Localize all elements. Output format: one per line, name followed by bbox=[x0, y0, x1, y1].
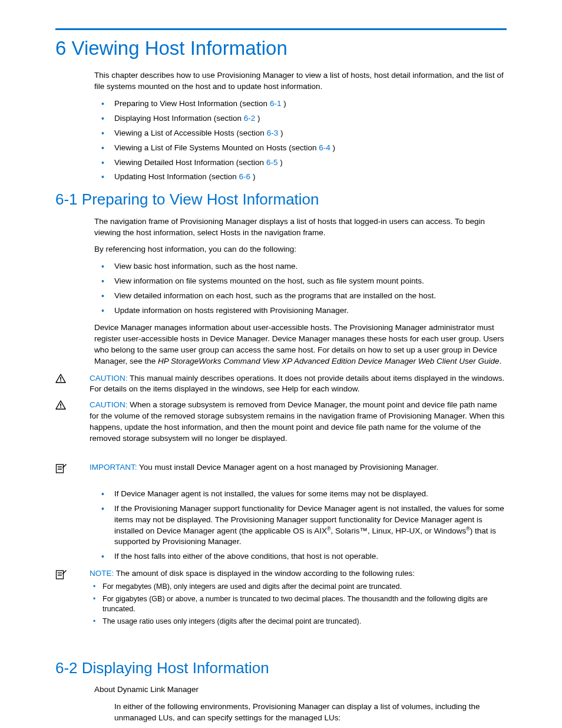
caution-admonition: CAUTION: This manual mainly describes op… bbox=[55, 373, 507, 396]
toc-text: ) bbox=[278, 129, 283, 137]
toc-text: Viewing Detailed Host Information (secti… bbox=[114, 158, 266, 167]
note-icon bbox=[55, 568, 72, 579]
cross-reference[interactable]: 6-2 bbox=[244, 114, 256, 123]
list-item: If the Provisioning Manager support func… bbox=[94, 503, 507, 548]
note-label: NOTE: bbox=[90, 569, 114, 578]
list-item: For gigabytes (GB) or above, a number is… bbox=[90, 594, 507, 614]
caution-text: This manual mainly describes operations.… bbox=[90, 374, 504, 394]
registered-mark: ® bbox=[327, 525, 331, 531]
section-6-2-heading: 6-2 Displaying Host Information bbox=[55, 657, 507, 678]
document-title-italic: HP StorageWorks Command View XP Advanced… bbox=[158, 357, 500, 365]
section-6-1-heading: 6-1 Preparing to View Host Information bbox=[55, 189, 507, 210]
list-item: Update information on hosts registered w… bbox=[94, 305, 507, 317]
caution-admonition: CAUTION: When a storage subsystem is rem… bbox=[55, 400, 507, 444]
cross-reference[interactable]: 6-5 bbox=[266, 158, 278, 167]
toc-item: Displaying Host Information (section 6-2… bbox=[94, 113, 507, 124]
document-page: 6 Viewing Host Information This chapter … bbox=[0, 0, 562, 728]
svg-rect-3 bbox=[60, 407, 61, 409]
section-paragraph: The navigation frame of Provisioning Man… bbox=[94, 216, 507, 239]
body-text: . bbox=[500, 357, 502, 365]
svg-rect-8 bbox=[57, 571, 64, 579]
toc-item: Preparing to View Host Information (sect… bbox=[94, 98, 507, 110]
top-rule bbox=[55, 28, 507, 30]
toc-text: Displaying Host Information (section bbox=[114, 114, 244, 123]
toc-text: Preparing to View Host Information (sect… bbox=[114, 99, 270, 108]
toc-text: ) bbox=[281, 99, 286, 108]
section-paragraph: Device Manager manages information about… bbox=[94, 322, 507, 367]
body-text: , Solaris™, Linux, HP-UX, or Windows bbox=[331, 526, 467, 535]
list-item: The usage ratio uses only integers (digi… bbox=[90, 617, 507, 627]
note-icon bbox=[55, 462, 72, 473]
note-bullet-list: For megabytes (MB), only integers are us… bbox=[90, 582, 507, 627]
chapter-heading: 6 Viewing Host Information bbox=[55, 35, 507, 62]
bullet-list: If Device Manager agent is not installed… bbox=[94, 489, 507, 562]
toc-text: Viewing a List of File Systems Mounted o… bbox=[114, 143, 319, 152]
caution-label: CAUTION: bbox=[90, 374, 128, 383]
toc-list: Preparing to View Host Information (sect… bbox=[94, 98, 507, 183]
toc-text: Viewing a List of Accessible Hosts (sect… bbox=[114, 129, 267, 137]
list-item: View information on file systems mounted… bbox=[94, 276, 507, 287]
toc-text: ) bbox=[277, 158, 282, 167]
toc-text: ) bbox=[255, 114, 260, 123]
cross-reference[interactable]: 6-6 bbox=[239, 172, 251, 181]
important-admonition: IMPORTANT: You must install Device Manag… bbox=[55, 462, 507, 473]
toc-text: ) bbox=[330, 143, 335, 152]
toc-item: Viewing Detailed Host Information (secti… bbox=[94, 157, 507, 169]
important-label: IMPORTANT: bbox=[90, 463, 137, 472]
list-item: If Device Manager agent is not installed… bbox=[94, 489, 507, 500]
toc-item: Updating Host Information (section 6-6 ) bbox=[94, 172, 507, 183]
list-item: View detailed information on each host, … bbox=[94, 291, 507, 302]
toc-item: Viewing a List of File Systems Mounted o… bbox=[94, 143, 507, 154]
svg-rect-4 bbox=[57, 465, 64, 473]
note-admonition: NOTE: The amount of disk space is displa… bbox=[55, 568, 507, 632]
intro-paragraph: This chapter describes how to use Provis… bbox=[94, 70, 507, 93]
subsection-title: About Dynamic Link Manager bbox=[94, 684, 507, 696]
note-text: The amount of disk space is displayed in… bbox=[114, 569, 415, 578]
cross-reference[interactable]: 6-3 bbox=[267, 129, 279, 137]
caution-text: When a storage subsystem is removed from… bbox=[90, 400, 505, 443]
svg-rect-2 bbox=[60, 404, 61, 407]
toc-text: ) bbox=[250, 172, 255, 181]
important-text: You must install Device Manager agent on… bbox=[137, 463, 439, 472]
section-paragraph: By referencing host information, you can… bbox=[94, 244, 507, 255]
list-item: View basic host information, such as the… bbox=[94, 261, 507, 272]
registered-mark: ® bbox=[466, 525, 470, 531]
list-item: If the host falls into either of the abo… bbox=[94, 551, 507, 562]
bullet-list: View basic host information, such as the… bbox=[94, 261, 507, 317]
caution-icon bbox=[55, 400, 72, 410]
cross-reference[interactable]: 6-4 bbox=[319, 143, 330, 152]
toc-text: Updating Host Information (section bbox=[114, 172, 239, 181]
svg-rect-0 bbox=[60, 377, 61, 380]
toc-item: Viewing a List of Accessible Hosts (sect… bbox=[94, 128, 507, 139]
cross-reference[interactable]: 6-1 bbox=[270, 99, 282, 108]
caution-label: CAUTION: bbox=[90, 400, 128, 409]
svg-rect-1 bbox=[60, 380, 61, 381]
caution-icon bbox=[55, 373, 72, 383]
list-item: For megabytes (MB), only integers are us… bbox=[90, 582, 507, 592]
section-paragraph: In either of the following environments,… bbox=[114, 701, 507, 724]
